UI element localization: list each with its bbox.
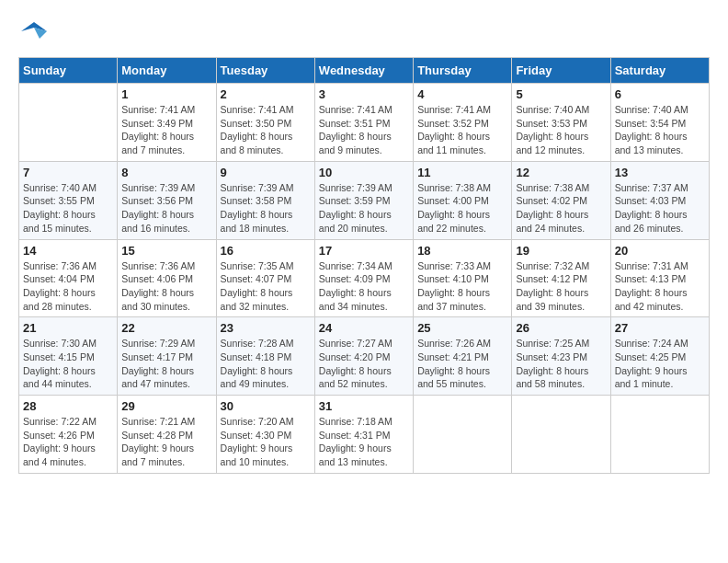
- day-header-saturday: Saturday: [610, 58, 709, 84]
- day-cell: 12Sunrise: 7:38 AM Sunset: 4:02 PM Dayli…: [512, 161, 610, 239]
- week-row-4: 21Sunrise: 7:30 AM Sunset: 4:15 PM Dayli…: [19, 317, 710, 396]
- day-cell: 24Sunrise: 7:27 AM Sunset: 4:20 PM Dayli…: [314, 317, 413, 396]
- day-number: 12: [516, 166, 606, 179]
- day-number: 19: [516, 244, 606, 258]
- day-cell: 30Sunrise: 7:20 AM Sunset: 4:30 PM Dayli…: [216, 396, 314, 474]
- day-number: 13: [615, 166, 705, 179]
- day-info: Sunrise: 7:38 AM Sunset: 4:00 PM Dayligh…: [417, 181, 507, 236]
- day-number: 9: [221, 166, 311, 179]
- day-info: Sunrise: 7:29 AM Sunset: 4:17 PM Dayligh…: [121, 337, 211, 391]
- day-cell: [610, 396, 709, 474]
- day-number: 24: [319, 321, 409, 335]
- day-number: 31: [319, 399, 409, 413]
- day-cell: 22Sunrise: 7:29 AM Sunset: 4:17 PM Dayli…: [118, 317, 216, 396]
- day-info: Sunrise: 7:24 AM Sunset: 4:25 PM Dayligh…: [615, 337, 705, 391]
- day-number: 23: [221, 321, 311, 335]
- day-number: 30: [221, 399, 311, 413]
- day-info: Sunrise: 7:36 AM Sunset: 4:04 PM Dayligh…: [23, 259, 113, 314]
- day-info: Sunrise: 7:39 AM Sunset: 3:56 PM Dayligh…: [121, 181, 211, 236]
- day-cell: 2Sunrise: 7:41 AM Sunset: 3:50 PM Daylig…: [216, 84, 314, 162]
- day-cell: 28Sunrise: 7:22 AM Sunset: 4:26 PM Dayli…: [19, 396, 118, 474]
- day-cell: [414, 396, 512, 474]
- day-info: Sunrise: 7:28 AM Sunset: 4:18 PM Dayligh…: [221, 337, 311, 391]
- day-info: Sunrise: 7:38 AM Sunset: 4:02 PM Dayligh…: [516, 181, 606, 236]
- days-header-row: SundayMondayTuesdayWednesdayThursdayFrid…: [19, 58, 710, 84]
- day-number: 6: [615, 87, 705, 101]
- day-cell: 13Sunrise: 7:37 AM Sunset: 4:03 PM Dayli…: [610, 161, 709, 239]
- day-number: 10: [319, 166, 409, 179]
- day-info: Sunrise: 7:41 AM Sunset: 3:52 PM Dayligh…: [417, 103, 507, 157]
- day-number: 27: [615, 321, 705, 335]
- day-header-sunday: Sunday: [19, 58, 118, 84]
- week-row-2: 7Sunrise: 7:40 AM Sunset: 3:55 PM Daylig…: [19, 161, 710, 239]
- day-info: Sunrise: 7:21 AM Sunset: 4:28 PM Dayligh…: [121, 415, 211, 469]
- day-info: Sunrise: 7:33 AM Sunset: 4:10 PM Dayligh…: [417, 259, 507, 314]
- week-row-5: 28Sunrise: 7:22 AM Sunset: 4:26 PM Dayli…: [19, 396, 710, 474]
- day-info: Sunrise: 7:35 AM Sunset: 4:07 PM Dayligh…: [221, 259, 311, 314]
- day-info: Sunrise: 7:41 AM Sunset: 3:49 PM Dayligh…: [121, 103, 211, 157]
- day-info: Sunrise: 7:22 AM Sunset: 4:26 PM Dayligh…: [23, 415, 113, 469]
- day-number: 15: [121, 244, 211, 258]
- day-info: Sunrise: 7:32 AM Sunset: 4:12 PM Dayligh…: [516, 259, 606, 314]
- day-number: 11: [417, 166, 507, 179]
- day-info: Sunrise: 7:40 AM Sunset: 3:53 PM Dayligh…: [516, 103, 606, 157]
- day-cell: 27Sunrise: 7:24 AM Sunset: 4:25 PM Dayli…: [610, 317, 709, 396]
- day-info: Sunrise: 7:39 AM Sunset: 3:59 PM Dayligh…: [319, 181, 409, 236]
- day-number: 4: [417, 87, 507, 101]
- logo: [18, 18, 47, 48]
- day-cell: 10Sunrise: 7:39 AM Sunset: 3:59 PM Dayli…: [314, 161, 413, 239]
- day-cell: 15Sunrise: 7:36 AM Sunset: 4:06 PM Dayli…: [118, 239, 216, 317]
- day-header-wednesday: Wednesday: [314, 58, 413, 84]
- day-cell: 21Sunrise: 7:30 AM Sunset: 4:15 PM Dayli…: [19, 317, 118, 396]
- day-number: 8: [121, 166, 211, 179]
- day-number: 26: [516, 321, 606, 335]
- day-info: Sunrise: 7:30 AM Sunset: 4:15 PM Dayligh…: [23, 337, 113, 391]
- day-number: 14: [23, 244, 113, 258]
- day-number: 18: [417, 244, 507, 258]
- day-number: 2: [221, 87, 311, 101]
- day-number: 20: [615, 244, 705, 258]
- day-number: 16: [221, 244, 311, 258]
- week-row-1: 1Sunrise: 7:41 AM Sunset: 3:49 PM Daylig…: [19, 84, 710, 162]
- day-number: 1: [121, 87, 211, 101]
- day-info: Sunrise: 7:26 AM Sunset: 4:21 PM Dayligh…: [417, 337, 507, 391]
- svg-marker-0: [21, 22, 47, 31]
- day-cell: 31Sunrise: 7:18 AM Sunset: 4:31 PM Dayli…: [314, 396, 413, 474]
- day-info: Sunrise: 7:34 AM Sunset: 4:09 PM Dayligh…: [319, 259, 409, 314]
- day-cell: 11Sunrise: 7:38 AM Sunset: 4:00 PM Dayli…: [414, 161, 512, 239]
- day-cell: 14Sunrise: 7:36 AM Sunset: 4:04 PM Dayli…: [19, 239, 118, 317]
- day-header-friday: Friday: [512, 58, 610, 84]
- day-cell: 16Sunrise: 7:35 AM Sunset: 4:07 PM Dayli…: [216, 239, 314, 317]
- logo-general: [18, 18, 47, 48]
- day-number: 17: [319, 244, 409, 258]
- day-cell: 6Sunrise: 7:40 AM Sunset: 3:54 PM Daylig…: [610, 84, 709, 162]
- day-number: 3: [319, 87, 409, 101]
- day-info: Sunrise: 7:18 AM Sunset: 4:31 PM Dayligh…: [319, 415, 409, 469]
- day-cell: 9Sunrise: 7:39 AM Sunset: 3:58 PM Daylig…: [216, 161, 314, 239]
- day-info: Sunrise: 7:40 AM Sunset: 3:55 PM Dayligh…: [23, 181, 113, 236]
- day-number: 21: [23, 321, 113, 335]
- day-info: Sunrise: 7:37 AM Sunset: 4:03 PM Dayligh…: [615, 181, 705, 236]
- week-row-3: 14Sunrise: 7:36 AM Sunset: 4:04 PM Dayli…: [19, 239, 710, 317]
- day-cell: 3Sunrise: 7:41 AM Sunset: 3:51 PM Daylig…: [314, 84, 413, 162]
- day-cell: 5Sunrise: 7:40 AM Sunset: 3:53 PM Daylig…: [512, 84, 610, 162]
- day-cell: 7Sunrise: 7:40 AM Sunset: 3:55 PM Daylig…: [19, 161, 118, 239]
- day-cell: [19, 84, 118, 162]
- day-cell: 26Sunrise: 7:25 AM Sunset: 4:23 PM Dayli…: [512, 317, 610, 396]
- day-cell: 8Sunrise: 7:39 AM Sunset: 3:56 PM Daylig…: [118, 161, 216, 239]
- day-info: Sunrise: 7:31 AM Sunset: 4:13 PM Dayligh…: [615, 259, 705, 314]
- day-info: Sunrise: 7:36 AM Sunset: 4:06 PM Dayligh…: [121, 259, 211, 314]
- day-header-tuesday: Tuesday: [216, 58, 314, 84]
- day-number: 25: [417, 321, 507, 335]
- day-info: Sunrise: 7:27 AM Sunset: 4:20 PM Dayligh…: [319, 337, 409, 391]
- day-cell: 4Sunrise: 7:41 AM Sunset: 3:52 PM Daylig…: [414, 84, 512, 162]
- day-number: 28: [23, 399, 113, 413]
- day-cell: 19Sunrise: 7:32 AM Sunset: 4:12 PM Dayli…: [512, 239, 610, 317]
- logo-bird-icon: [21, 18, 47, 44]
- day-info: Sunrise: 7:40 AM Sunset: 3:54 PM Dayligh…: [615, 103, 705, 157]
- day-cell: [512, 396, 610, 474]
- day-cell: 18Sunrise: 7:33 AM Sunset: 4:10 PM Dayli…: [414, 239, 512, 317]
- day-cell: 25Sunrise: 7:26 AM Sunset: 4:21 PM Dayli…: [414, 317, 512, 396]
- day-info: Sunrise: 7:41 AM Sunset: 3:50 PM Dayligh…: [221, 103, 311, 157]
- day-info: Sunrise: 7:41 AM Sunset: 3:51 PM Dayligh…: [319, 103, 409, 157]
